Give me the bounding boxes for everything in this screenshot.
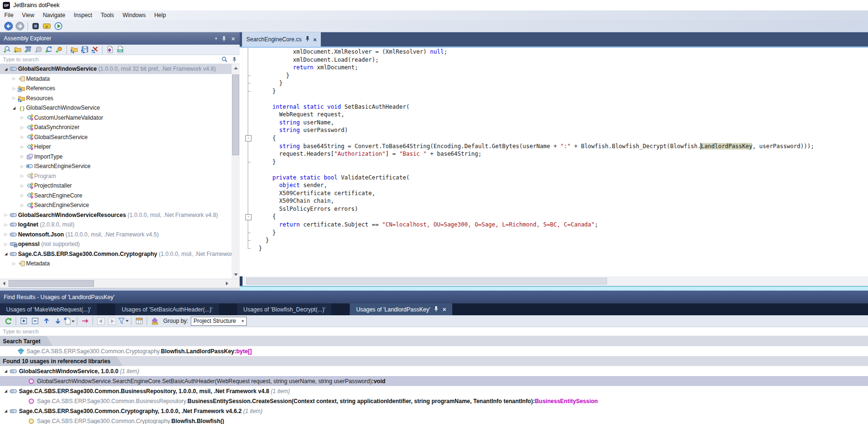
expand-arrow-icon[interactable]: ▷ <box>11 96 17 100</box>
menu-file[interactable]: File <box>0 10 18 20</box>
generate-pdb-button[interactable] <box>104 45 115 55</box>
close-icon[interactable]: × <box>231 35 235 42</box>
move-up-button[interactable] <box>41 316 52 326</box>
expand-arrow-icon[interactable]: ▷ <box>19 164 25 169</box>
find-tab[interactable]: Usages of 'LandlordPassKey'× <box>350 303 452 315</box>
find-search-box[interactable]: Type to search <box>0 327 868 336</box>
find-tab[interactable]: Usages of 'Blowfish_Decrypt(...)' <box>237 303 332 315</box>
expand-arrow-icon[interactable]: ▷ <box>11 262 17 266</box>
back-button[interactable] <box>3 21 14 31</box>
assembly-options-button[interactable]: + <box>54 45 65 55</box>
expand-arrow-icon[interactable]: ▷ <box>3 232 9 236</box>
refresh-button[interactable] <box>2 316 14 326</box>
find-tab[interactable]: Usages of 'SetBasicAuthHeader(...)' <box>115 303 218 315</box>
explorer-search-box[interactable]: Type to search <box>0 55 240 64</box>
run-process-button[interactable] <box>53 21 64 31</box>
expand-arrow-icon[interactable]: ▷ <box>19 193 25 198</box>
tree-row[interactable]: ◢{}GlobalSearchWindowService <box>0 103 232 113</box>
expand-arrow-icon[interactable]: ▷ <box>19 184 25 188</box>
pin-icon[interactable] <box>222 36 226 42</box>
tree-row[interactable]: ▷Metadata <box>0 74 232 84</box>
close-icon[interactable]: × <box>442 306 446 312</box>
collapse-arrow-icon[interactable]: ◢ <box>3 389 9 393</box>
collapse-arrow-icon[interactable]: ◢ <box>11 106 17 110</box>
result-assembly-row[interactable]: ◢GlobalSearchWindowService, 1.0.0.0 (1 i… <box>0 366 868 376</box>
filter-button[interactable] <box>118 316 129 326</box>
code-annotations-button[interactable]: # <box>41 21 53 31</box>
remove-assembly-button[interactable] <box>90 45 100 55</box>
explorer-horizontal-scrollbar[interactable] <box>0 279 240 288</box>
tree-row[interactable]: ▷Metadata <box>0 259 232 269</box>
expand-arrow-icon[interactable]: ▷ <box>19 174 25 178</box>
expand-arrow-icon[interactable]: ▷ <box>19 125 25 130</box>
expand-arrow-icon[interactable]: ▷ <box>11 76 17 81</box>
export-button[interactable] <box>64 316 75 326</box>
tree-row[interactable]: ◢GlobalSearchWindowService (1.0.0.0, msi… <box>0 64 232 74</box>
open-assembly-button[interactable]: + <box>2 45 12 55</box>
tree-row[interactable]: ▷SearchEngineService <box>0 200 232 210</box>
export-to-project-button[interactable] <box>79 45 90 55</box>
tree-row[interactable]: ▷ISearchEngineService <box>0 161 232 171</box>
add-from-gac-button[interactable]: + <box>23 45 33 55</box>
collapse-all-button[interactable] <box>29 316 41 326</box>
menu-tools[interactable]: Tools <box>96 10 118 20</box>
il-viewer-button[interactable] <box>30 21 41 31</box>
menu-view[interactable]: View <box>18 10 38 20</box>
tree-row[interactable]: ▷openssl (not supported) <box>0 239 232 249</box>
search-options-icon[interactable] <box>221 56 228 63</box>
previous-occurrence-button[interactable] <box>95 316 106 326</box>
menu-help[interactable]: Help <box>150 10 170 20</box>
result-member-row[interactable]: GlobalSearchWindowService.SearchEngineCo… <box>0 376 868 386</box>
move-down-button[interactable] <box>52 316 64 326</box>
expand-arrow-icon[interactable]: ▷ <box>3 213 9 217</box>
result-assembly-row[interactable]: ◢Sage.CA.SBS.ERP.Sage300.Common.Business… <box>0 386 868 396</box>
explorer-vertical-scrollbar[interactable] <box>232 64 240 279</box>
expand-arrow-icon[interactable]: ▷ <box>11 86 17 91</box>
add-folder-button[interactable]: + <box>12 45 23 55</box>
close-icon[interactable]: × <box>313 37 317 43</box>
tree-row[interactable]: ▷Newtonsoft.Json (11.0.0.0, msil, .Net F… <box>0 230 232 240</box>
expand-arrow-icon[interactable]: ▷ <box>3 242 9 246</box>
pin-icon[interactable] <box>434 306 439 313</box>
tree-row[interactable]: ▷Program <box>0 171 232 181</box>
tree-row[interactable]: ▷CustomUserNameValidator <box>0 113 232 123</box>
fold-collapse-box[interactable]: - <box>245 214 252 220</box>
tree-row[interactable]: ▷GlobalSearchWindowServiceResources (1.0… <box>0 210 232 220</box>
tree-row[interactable]: ◢Sage.CA.SBS.ERP.Sage300.Common.Cryptogr… <box>0 249 232 259</box>
reload-assemblies-button[interactable]: + <box>44 45 54 55</box>
expand-arrow-icon[interactable]: ▷ <box>19 145 25 149</box>
columns-button[interactable] <box>133 316 145 326</box>
next-occurrence-button[interactable] <box>106 316 118 326</box>
collapse-arrow-icon[interactable]: ◢ <box>3 369 9 373</box>
expand-arrow-icon[interactable]: ▷ <box>3 223 9 227</box>
expand-arrow-icon[interactable]: ▷ <box>19 154 25 159</box>
pin-icon[interactable] <box>232 57 237 63</box>
editor-horizontal-scrollbar[interactable] <box>243 276 868 286</box>
find-tab[interactable]: Usages of 'MakeWebRequest(...)' <box>0 303 97 315</box>
result-member-row[interactable]: Sage.CA.SBS.ERP.Sage300.Common.Cryptogra… <box>0 416 868 424</box>
open-pdb-button[interactable]: PDB <box>115 45 125 55</box>
tree-row[interactable]: ▷ImportType <box>0 152 232 162</box>
expand-arrow-icon[interactable]: ▷ <box>19 135 25 139</box>
tree-row[interactable]: ▷log4net (2.0.8.0, msil) <box>0 220 232 230</box>
tree-row[interactable]: ▷DataSynchronizer <box>0 122 232 132</box>
result-assembly-row[interactable]: ◢Sage.CA.SBS.ERP.Sage300.Common.Cryptogr… <box>0 406 868 416</box>
collapse-arrow-icon[interactable]: ◢ <box>3 252 9 256</box>
collapse-arrow-icon[interactable]: ◢ <box>3 409 9 413</box>
tree-row[interactable]: ▷ProjectInstaller <box>0 181 232 191</box>
expand-arrow-icon[interactable]: ▷ <box>19 203 25 207</box>
group-button[interactable] <box>149 316 160 326</box>
tree-row[interactable]: ▷SearchEngineCore <box>0 191 232 201</box>
menu-windows[interactable]: Windows <box>118 10 150 20</box>
tab-searchenginecore[interactable]: SearchEngineCore.cs × <box>242 32 321 47</box>
collapse-arrow-icon[interactable]: ◢ <box>3 67 9 71</box>
expand-all-button[interactable] <box>18 316 29 326</box>
add-nuget-package-button[interactable]: + <box>33 45 44 55</box>
forward-button[interactable] <box>14 21 26 31</box>
fold-collapse-box[interactable]: - <box>245 135 252 141</box>
menu-navigate[interactable]: Navigate <box>38 10 69 20</box>
pin-icon[interactable] <box>305 36 310 43</box>
tree-row[interactable]: ▷Resources <box>0 94 232 104</box>
flow-to-button[interactable] <box>79 316 91 326</box>
search-target-row[interactable]: Sage.CA.SBS.ERP.Sage300.Common.Cryptogra… <box>0 346 868 356</box>
